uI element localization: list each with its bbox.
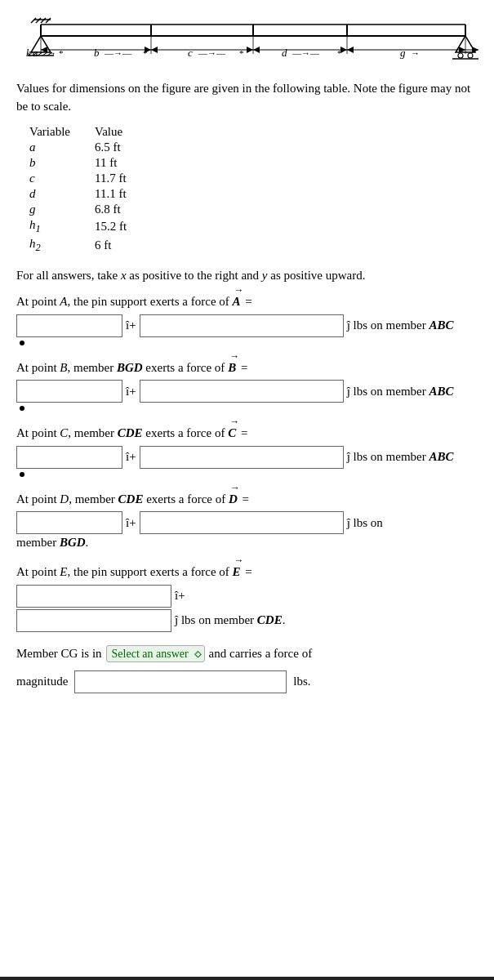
diagram-container: k a → * b —→— * c —→— * d —→— * g → <box>16 13 478 69</box>
j-hat-label-c: ĵ lbs on member ABC <box>347 450 454 464</box>
input-row-c: î+ ĵ lbs on member ABC <box>16 446 478 469</box>
svg-line-3 <box>41 18 46 23</box>
question-text-b: At point B, member BGD exerts a force of… <box>16 359 478 377</box>
svg-text:→: → <box>411 48 420 58</box>
svg-text:—→—: —→— <box>198 48 226 58</box>
input-a-x[interactable] <box>16 314 122 337</box>
input-d-x[interactable] <box>16 511 122 534</box>
member-bgd-label: member BGD. <box>16 536 478 550</box>
var-h1: h1 <box>29 217 95 236</box>
select-answer-dropdown[interactable]: Select an answer tension compression <box>106 645 205 662</box>
table-header-value: Value <box>95 124 147 140</box>
select-answer-wrapper[interactable]: Select an answer tension compression ◇ <box>106 645 205 662</box>
svg-marker-25 <box>253 47 260 53</box>
svg-text:*: * <box>59 48 64 58</box>
val-a: 6.5 ft <box>95 140 147 155</box>
magnitude-unit: lbs. <box>293 675 310 688</box>
val-b: 11 ft <box>95 155 147 171</box>
j-hat-label-a: ĵ lbs on member ABC <box>347 318 454 332</box>
svg-point-57 <box>458 53 463 58</box>
svg-marker-21 <box>151 47 158 53</box>
svg-text:c: c <box>188 47 193 59</box>
dot-a <box>20 341 24 345</box>
input-row-e-x: î+ <box>16 585 478 608</box>
question-block-e: At point E, the pin support exerts a for… <box>16 563 478 632</box>
dot-b <box>20 406 24 411</box>
question-text-d: At point D, member CDE exerts a force of… <box>16 490 478 509</box>
i-hat-label-e: î+ <box>175 589 185 603</box>
svg-text:g: g <box>400 47 406 59</box>
val-g: 6.8 ft <box>95 202 147 217</box>
question-block-c: At point C, member CDE exerts a force of… <box>16 424 478 477</box>
member-cg-line: Member CG is in Select an answer tension… <box>16 645 478 662</box>
i-hat-label-a: î+ <box>126 318 136 332</box>
input-d-y[interactable] <box>140 511 344 534</box>
svg-marker-22 <box>247 47 253 53</box>
magnitude-line: magnitude lbs. <box>16 670 478 693</box>
val-c: 11.7 ft <box>95 171 147 186</box>
svg-text:*: * <box>337 48 342 58</box>
table-row: h1 15.2 ft <box>29 217 147 236</box>
table-row: d 11.1 ft <box>29 186 147 202</box>
input-b-y[interactable] <box>140 380 344 403</box>
val-h1: 15.2 ft <box>95 217 147 236</box>
input-row-e-y: ĵ lbs on member CDE. <box>16 609 478 632</box>
svg-line-2 <box>36 18 41 23</box>
question-text-a: At point A, the pin support exerts a for… <box>16 292 478 311</box>
input-b-x[interactable] <box>16 380 122 403</box>
truss-diagram: k a → * b —→— * c —→— * d —→— * g → <box>16 13 490 69</box>
var-d: d <box>29 186 95 202</box>
i-hat-label-d: î+ <box>126 516 136 530</box>
table-row: h2 6 ft <box>29 236 147 255</box>
j-hat-label-d: ĵ lbs on <box>347 516 383 530</box>
bottom-bar <box>0 977 494 980</box>
j-hat-label-e: ĵ lbs on member CDE. <box>175 613 285 627</box>
svg-point-58 <box>468 53 473 58</box>
magnitude-label: magnitude <box>16 675 68 688</box>
input-e-y[interactable] <box>16 609 171 632</box>
val-d: 11.1 ft <box>95 186 147 202</box>
input-row-a: î+ ĵ lbs on member ABC <box>16 314 478 337</box>
input-c-x[interactable] <box>16 446 122 469</box>
var-g: g <box>29 202 95 217</box>
member-cg-suffix: and carries a force of <box>209 647 313 661</box>
question-block-a: At point A, the pin support exerts a for… <box>16 292 478 345</box>
table-row: b 11 ft <box>29 155 147 171</box>
i-hat-label-b: î+ <box>126 385 136 399</box>
dot-c <box>20 472 24 477</box>
svg-text:*: * <box>239 48 244 58</box>
input-c-y[interactable] <box>140 446 344 469</box>
member-cg-prefix: Member CG is in <box>16 647 102 661</box>
description-text: Values for dimensions on the figure are … <box>16 80 478 116</box>
input-row-b: î+ ĵ lbs on member ABC <box>16 380 478 403</box>
table-header-variable: Variable <box>29 124 95 140</box>
svg-text:d: d <box>282 47 287 59</box>
input-row-d: î+ ĵ lbs on <box>16 511 478 534</box>
svg-text:—→—: —→— <box>292 48 320 58</box>
svg-line-1 <box>31 18 36 23</box>
svg-line-4 <box>46 18 51 23</box>
i-hat-label-c: î+ <box>126 450 136 464</box>
table-row: g 6.8 ft <box>29 202 147 217</box>
question-block-d: At point D, member CDE exerts a force of… <box>16 490 478 550</box>
var-a: a <box>29 140 95 155</box>
var-c: c <box>29 171 95 186</box>
svg-text:—→—: —→— <box>104 48 132 58</box>
svg-text:*: * <box>143 48 148 58</box>
j-hat-label-b: ĵ lbs on member ABC <box>347 385 454 399</box>
val-h2: 6 ft <box>95 236 147 255</box>
for-all-text: For all answers, take x as positive to t… <box>16 266 478 285</box>
input-a-y[interactable] <box>140 314 344 337</box>
input-magnitude[interactable] <box>74 670 287 693</box>
input-e-x[interactable] <box>16 585 171 608</box>
question-text-e: At point E, the pin support exerts a for… <box>16 563 478 581</box>
question-text-c: At point C, member CDE exerts a force of… <box>16 424 478 443</box>
variable-table: Variable Value a 6.5 ft b 11 ft c 11.7 f… <box>29 124 147 255</box>
var-b: b <box>29 155 95 171</box>
question-block-b: At point B, member BGD exerts a force of… <box>16 359 478 412</box>
var-h2: h2 <box>29 236 95 255</box>
svg-marker-29 <box>347 47 354 53</box>
table-row: a 6.5 ft <box>29 140 147 155</box>
svg-text:b: b <box>94 47 100 59</box>
table-row: c 11.7 ft <box>29 171 147 186</box>
